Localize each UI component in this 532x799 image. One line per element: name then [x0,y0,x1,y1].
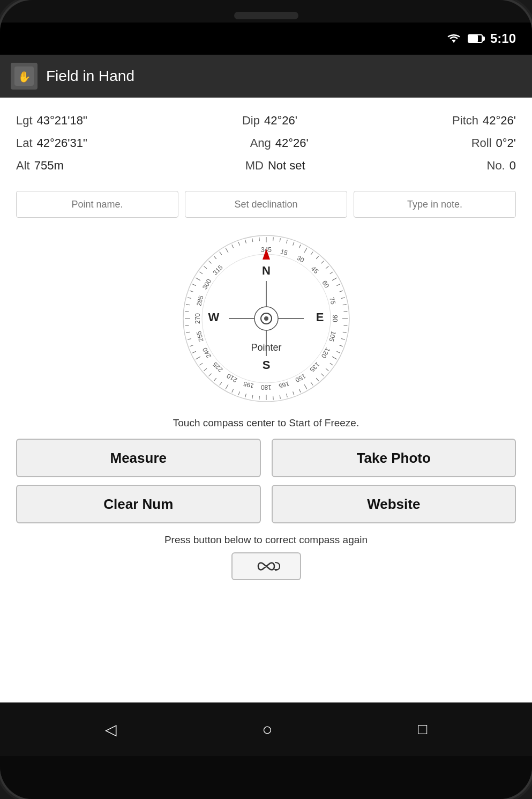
sensor-row-3: Alt 755m MD Not set No. 0 [16,159,516,173]
set-declination-input[interactable] [185,191,347,218]
roll-item: Roll 0°2' [471,136,516,150]
sensor-data: Lgt 43°21'18" Dip 42°26' Pitch 42°26' La… [16,114,516,181]
no-value: 0 [509,159,516,173]
status-bar: 5:10 [0,23,532,55]
sensor-row-2: Lat 42°26'31" Ang 42°26' Roll 0°2' [16,136,516,150]
app-logo: ✋ [11,63,38,90]
svg-marker-0 [452,40,456,43]
app-content: Lgt 43°21'18" Dip 42°26' Pitch 42°26' La… [0,98,532,702]
app-header: ✋ Field in Hand [0,55,532,98]
phone-bottom [0,756,532,799]
website-button[interactable]: Website [272,485,516,523]
clear-num-button[interactable]: Clear Num [16,485,261,523]
ang-item: Ang 42°26' [250,136,309,150]
svg-text:✋: ✋ [18,70,31,83]
phone-frame: 5:10 ✋ Field in Hand Lgt 43°21'18" Dip 4… [0,0,532,799]
md-value: Not set [268,159,305,173]
pitch-value: 42°26' [483,114,516,128]
svg-text:Pointer: Pointer [251,342,281,353]
type-note-input[interactable] [354,191,516,218]
lgt-value: 43°21'18" [37,114,87,128]
infinity-icon [250,559,282,574]
buttons-row-1: Measure Take Photo [16,439,516,477]
md-item: MD Not set [245,159,305,173]
svg-text:W: W [208,310,219,324]
sensor-row-1: Lgt 43°21'18" Dip 42°26' Pitch 42°26' [16,114,516,128]
lgt-label: Lgt [16,114,33,128]
compass-hint: Touch compass center to Start of Freeze. [173,417,359,429]
svg-text:E: E [316,310,324,324]
dip-value: 42°26' [264,114,297,128]
ang-label: Ang [250,136,271,150]
pitch-item: Pitch 42°26' [452,114,516,128]
alt-value: 755m [34,159,64,173]
roll-value: 0°2' [496,136,516,150]
svg-text:S: S [262,358,270,372]
svg-text:180: 180 [260,383,271,391]
measure-button[interactable]: Measure [16,439,261,477]
svg-line-41 [259,396,259,400]
svg-line-59 [185,312,189,312]
svg-line-75 [259,238,259,241]
svg-line-39 [273,396,273,400]
roll-label: Roll [471,136,492,150]
svg-line-23 [343,325,347,326]
svg-point-108 [264,316,268,321]
svg-text:270: 270 [194,313,201,324]
svg-line-5 [273,238,273,241]
point-name-input[interactable] [16,191,178,218]
app-title: Field in Hand [46,68,134,85]
dip-label: Dip [242,114,260,128]
svg-text:N: N [262,264,271,277]
svg-text:90: 90 [331,315,339,322]
svg-line-57 [185,325,189,326]
phone-speaker [234,12,298,19]
wifi-icon [446,33,461,44]
lgt-item: Lgt 43°21'18" [16,114,87,128]
no-label: No. [487,159,505,173]
buttons-row-2: Clear Num Website [16,485,516,523]
lat-label: Lat [16,136,33,150]
home-nav-button[interactable]: ○ [262,720,272,739]
back-nav-button[interactable]: ◁ [105,721,117,738]
dip-item: Dip 42°26' [242,114,297,128]
compass[interactable]: 345 15 30 315 300 285 270 255 240 225 21… [175,227,357,410]
lat-value: 42°26'31" [37,136,87,150]
correct-compass-button[interactable] [231,552,301,580]
correct-compass-hint: Press button below to correct compass ag… [164,534,368,546]
battery-icon [468,34,483,43]
ang-value: 42°26' [275,136,309,150]
input-row [16,191,516,218]
svg-line-21 [343,312,347,312]
no-item: No. 0 [487,159,516,173]
nav-bar: ◁ ○ □ [0,702,532,756]
md-label: MD [245,159,264,173]
alt-label: Alt [16,159,30,173]
alt-item: Alt 755m [16,159,64,173]
pitch-label: Pitch [452,114,478,128]
recent-nav-button[interactable]: □ [418,721,427,738]
status-time: 5:10 [490,31,516,46]
lat-item: Lat 42°26'31" [16,136,87,150]
take-photo-button[interactable]: Take Photo [272,439,516,477]
